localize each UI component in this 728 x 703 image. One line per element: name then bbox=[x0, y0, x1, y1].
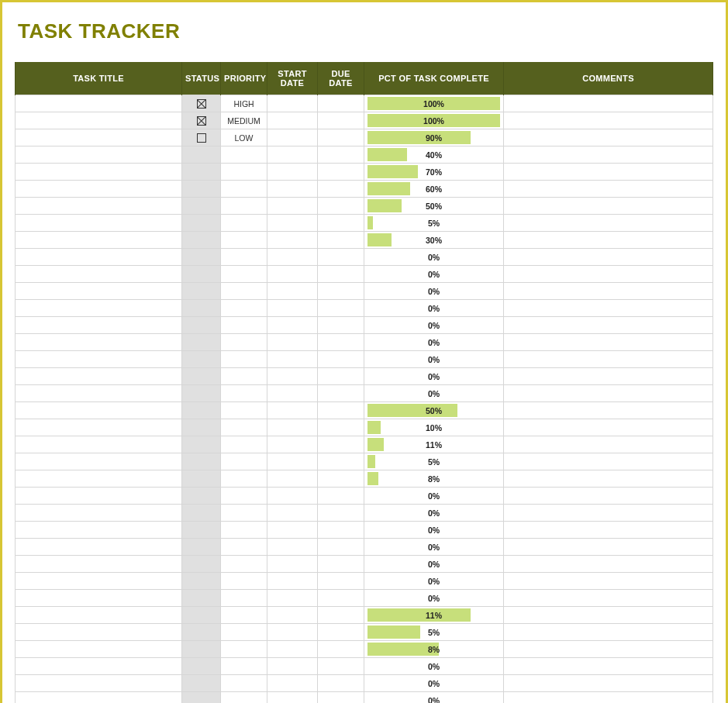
status-cell[interactable] bbox=[182, 402, 221, 419]
priority-cell[interactable]: MEDIUM bbox=[221, 112, 267, 129]
status-cell[interactable] bbox=[182, 317, 221, 334]
pct-complete-cell[interactable]: 100% bbox=[364, 112, 504, 129]
status-cell[interactable] bbox=[182, 590, 221, 607]
task-title-cell[interactable] bbox=[16, 112, 182, 129]
pct-complete-cell[interactable]: 0% bbox=[364, 539, 504, 556]
start-date-cell[interactable] bbox=[267, 317, 318, 334]
comments-cell[interactable] bbox=[504, 95, 713, 112]
start-date-cell[interactable] bbox=[267, 181, 318, 198]
comments-cell[interactable] bbox=[504, 607, 713, 624]
pct-complete-cell[interactable]: 0% bbox=[364, 283, 504, 300]
task-title-cell[interactable] bbox=[16, 488, 182, 505]
start-date-cell[interactable] bbox=[267, 590, 318, 607]
pct-complete-cell[interactable]: 0% bbox=[364, 590, 504, 607]
start-date-cell[interactable] bbox=[267, 283, 318, 300]
pct-complete-cell[interactable]: 0% bbox=[364, 522, 504, 539]
priority-cell[interactable] bbox=[221, 658, 267, 675]
task-title-cell[interactable] bbox=[16, 266, 182, 283]
task-title-cell[interactable] bbox=[16, 317, 182, 334]
comments-cell[interactable] bbox=[504, 164, 713, 181]
comments-cell[interactable] bbox=[504, 317, 713, 334]
priority-cell[interactable] bbox=[221, 505, 267, 522]
priority-cell[interactable] bbox=[221, 453, 267, 470]
pct-complete-cell[interactable]: 60% bbox=[364, 181, 504, 198]
comments-cell[interactable] bbox=[504, 539, 713, 556]
comments-cell[interactable] bbox=[504, 658, 713, 675]
task-title-cell[interactable] bbox=[16, 675, 182, 692]
start-date-cell[interactable] bbox=[267, 658, 318, 675]
priority-cell[interactable] bbox=[221, 641, 267, 658]
status-cell[interactable] bbox=[182, 607, 221, 624]
status-cell[interactable] bbox=[182, 112, 221, 129]
task-title-cell[interactable] bbox=[16, 556, 182, 573]
pct-complete-cell[interactable]: 30% bbox=[364, 232, 504, 249]
start-date-cell[interactable] bbox=[267, 300, 318, 317]
priority-cell[interactable] bbox=[221, 368, 267, 385]
status-cell[interactable] bbox=[182, 692, 221, 704]
due-date-cell[interactable] bbox=[318, 334, 364, 351]
pct-complete-cell[interactable]: 50% bbox=[364, 402, 504, 419]
comments-cell[interactable] bbox=[504, 488, 713, 505]
comments-cell[interactable] bbox=[504, 351, 713, 368]
comments-cell[interactable] bbox=[504, 283, 713, 300]
comments-cell[interactable] bbox=[504, 146, 713, 164]
priority-cell[interactable] bbox=[221, 436, 267, 453]
status-cell[interactable] bbox=[182, 488, 221, 505]
start-date-cell[interactable] bbox=[267, 453, 318, 470]
pct-complete-cell[interactable]: 0% bbox=[364, 556, 504, 573]
task-title-cell[interactable] bbox=[16, 95, 182, 112]
pct-complete-cell[interactable]: 0% bbox=[364, 249, 504, 266]
start-date-cell[interactable] bbox=[267, 249, 318, 266]
pct-complete-cell[interactable]: 0% bbox=[364, 334, 504, 351]
priority-cell[interactable] bbox=[221, 300, 267, 317]
status-checkbox-icon[interactable] bbox=[197, 133, 206, 143]
pct-complete-cell[interactable]: 0% bbox=[364, 368, 504, 385]
priority-cell[interactable] bbox=[221, 590, 267, 607]
start-date-cell[interactable] bbox=[267, 146, 318, 164]
due-date-cell[interactable] bbox=[318, 300, 364, 317]
task-title-cell[interactable] bbox=[16, 607, 182, 624]
status-cell[interactable] bbox=[182, 351, 221, 368]
start-date-cell[interactable] bbox=[267, 470, 318, 488]
status-cell[interactable] bbox=[182, 385, 221, 402]
start-date-cell[interactable] bbox=[267, 232, 318, 249]
start-date-cell[interactable] bbox=[267, 95, 318, 112]
pct-complete-cell[interactable]: 0% bbox=[364, 300, 504, 317]
due-date-cell[interactable] bbox=[318, 624, 364, 641]
status-cell[interactable] bbox=[182, 164, 221, 181]
status-cell[interactable] bbox=[182, 675, 221, 692]
priority-cell[interactable] bbox=[221, 283, 267, 300]
task-title-cell[interactable] bbox=[16, 573, 182, 590]
task-title-cell[interactable] bbox=[16, 522, 182, 539]
comments-cell[interactable] bbox=[504, 419, 713, 436]
priority-cell[interactable]: HIGH bbox=[221, 95, 267, 112]
due-date-cell[interactable] bbox=[318, 129, 364, 146]
status-cell[interactable] bbox=[182, 283, 221, 300]
priority-cell[interactable] bbox=[221, 164, 267, 181]
due-date-cell[interactable] bbox=[318, 436, 364, 453]
due-date-cell[interactable] bbox=[318, 505, 364, 522]
status-cell[interactable] bbox=[182, 249, 221, 266]
pct-complete-cell[interactable]: 70% bbox=[364, 164, 504, 181]
comments-cell[interactable] bbox=[504, 692, 713, 704]
due-date-cell[interactable] bbox=[318, 573, 364, 590]
start-date-cell[interactable] bbox=[267, 368, 318, 385]
start-date-cell[interactable] bbox=[267, 556, 318, 573]
due-date-cell[interactable] bbox=[318, 556, 364, 573]
task-title-cell[interactable] bbox=[16, 385, 182, 402]
priority-cell[interactable] bbox=[221, 624, 267, 641]
priority-cell[interactable] bbox=[221, 198, 267, 215]
status-checkbox-icon[interactable] bbox=[197, 116, 206, 126]
status-cell[interactable] bbox=[182, 95, 221, 112]
due-date-cell[interactable] bbox=[318, 675, 364, 692]
pct-complete-cell[interactable]: 100% bbox=[364, 95, 504, 112]
due-date-cell[interactable] bbox=[318, 215, 364, 232]
comments-cell[interactable] bbox=[504, 198, 713, 215]
task-title-cell[interactable] bbox=[16, 590, 182, 607]
task-title-cell[interactable] bbox=[16, 164, 182, 181]
status-cell[interactable] bbox=[182, 573, 221, 590]
start-date-cell[interactable] bbox=[267, 334, 318, 351]
task-title-cell[interactable] bbox=[16, 436, 182, 453]
task-title-cell[interactable] bbox=[16, 539, 182, 556]
due-date-cell[interactable] bbox=[318, 488, 364, 505]
